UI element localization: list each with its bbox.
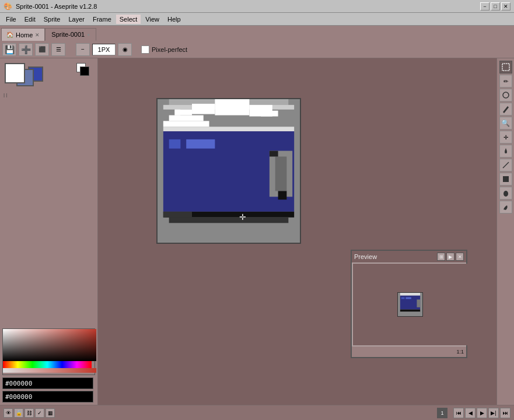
save-button[interactable]: ⬛ [35,43,49,56]
hue-bar[interactable] [3,361,92,368]
svg-line-34 [503,162,509,168]
sprite-wrapper: ✛ [156,98,301,245]
mark-line: | | [4,92,7,97]
color-swatches [0,58,97,91]
menu-edit[interactable]: Edit [21,15,39,24]
rtool-smudge[interactable] [499,201,512,214]
menu-bar: File Edit Sprite Layer Frame Select View… [0,13,514,26]
preview-fit-button[interactable]: ⊞ [437,253,445,261]
canvas-area[interactable]: ✛ Preview ⊞ ▶ ✕ [98,58,496,405]
tab-home[interactable]: 🏠 Home ✕ [1,28,45,41]
alpha-bar[interactable] [3,368,96,373]
rtool-move[interactable]: ✛ [499,131,512,144]
toolbar: 💾 ➕ ⬛ ☰ − 1PX ◉ Pixel-perfect [0,41,514,58]
prev-frame-button[interactable]: ◀ [465,408,475,418]
preview-play-button[interactable]: ▶ [446,253,454,261]
tab-home-label: Home [16,32,33,38]
open-button[interactable]: ➕ [19,43,33,56]
preview-close-button[interactable]: ✕ [456,253,464,261]
palette-marks: | | [0,91,97,99]
svg-rect-11 [163,127,294,131]
title-bar-controls[interactable]: − □ ✕ [480,2,510,10]
menu-button[interactable]: ☰ [51,43,65,56]
sprite-canvas-svg: ✛ [156,98,301,244]
tab-bar: 🏠 Home ✕ Sprite-0001 ● [0,26,514,41]
preview-footer: 1:1 [352,346,466,357]
minimize-button[interactable]: − [480,2,489,10]
svg-rect-21 [163,212,192,218]
fg-hex-input[interactable]: #000000 [2,377,93,389]
color-gradient[interactable] [3,329,96,361]
rtool-brush[interactable] [499,103,512,116]
first-frame-button[interactable]: ⏮ [453,408,464,418]
preview-sprite-thumb [397,292,423,317]
main-layout: | | #000000 #000000 [0,58,514,405]
menu-file[interactable]: File [2,15,20,24]
svg-text:✛: ✛ [239,213,246,222]
new-file-button[interactable]: 💾 [2,43,16,56]
menu-view[interactable]: View [142,15,163,24]
menu-frame[interactable]: Frame [89,15,115,24]
tab-sprite[interactable]: Sprite-0001 ● [45,28,96,41]
brush-type-button[interactable]: ◉ [118,43,132,56]
grid-icon[interactable]: ▦ [46,408,55,418]
pixel-perfect-group: Pixel-perfect [141,46,187,54]
preview-titlebar[interactable]: Preview ⊞ ▶ ✕ [352,251,466,262]
svg-rect-14 [186,139,215,149]
rtool-rect-fill[interactable] [499,173,512,186]
black-swatch [80,66,89,76]
check-icon[interactable]: ✓ [35,408,44,418]
svg-rect-6 [175,110,181,116]
svg-rect-28 [405,298,411,299]
svg-rect-27 [401,298,405,299]
foreground-color[interactable] [5,63,25,83]
pixel-perfect-checkbox[interactable] [141,46,149,54]
link-icon[interactable]: ⛓ [25,408,34,418]
tab-sprite-label: Sprite-0001 [51,31,85,38]
svg-rect-13 [169,139,181,149]
eye-icon[interactable]: 👁 [4,408,13,418]
play-button[interactable]: ▶ [477,408,487,418]
color-picker[interactable] [2,328,95,375]
bg-hex-input[interactable]: #000000 [2,391,93,402]
close-button[interactable]: ✕ [501,2,510,10]
svg-rect-35 [503,176,509,182]
menu-select[interactable]: Select [116,15,141,24]
rtool-pencil[interactable]: ✏ [499,75,512,88]
last-frame-button[interactable]: ⏭ [500,408,510,418]
menu-help[interactable]: Help [164,15,184,24]
preview-controls: ⊞ ▶ ✕ [437,253,464,261]
rtool-line[interactable] [499,159,512,172]
svg-point-36 [503,191,508,197]
rtool-zoom[interactable]: 🔍 [499,117,512,130]
right-toolbar: ✏ 🔍 ✛ [496,58,514,405]
preview-window: Preview ⊞ ▶ ✕ [351,250,467,358]
title-bar: 🎨 Sprite-0001 - Aseprite v1.2.8 − □ ✕ [0,0,514,13]
preview-scale: 1:1 [456,349,464,355]
rtool-circle[interactable] [499,187,512,200]
frame-count-badge: 1 [437,408,447,418]
maximize-button[interactable]: □ [491,2,500,10]
black-white-reset[interactable] [76,63,89,76]
next-frame-button[interactable]: ▶| [488,408,499,418]
brush-minus-button[interactable]: − [76,43,90,56]
timeline-controls: 👁 🔒 ⛓ ✓ ▦ 1 ⏮ ◀ ▶ ▶| ⏭ [0,405,514,420]
tab-home-close[interactable]: ✕ [35,32,40,38]
svg-rect-17 [270,151,278,157]
svg-rect-30 [400,310,420,312]
menu-sprite[interactable]: Sprite [40,15,64,24]
svg-rect-8 [215,99,249,116]
rtool-eraser[interactable] [499,89,512,102]
title-bar-left: 🎨 Sprite-0001 - Aseprite v1.2.8 [4,2,97,10]
svg-rect-18 [278,191,287,200]
left-panel: | | #000000 #000000 [0,58,98,405]
rtool-marquee[interactable] [499,61,512,74]
fg-hex-value: #000000 [5,380,32,387]
rtool-ink[interactable] [499,145,512,158]
playback-controls: ⏮ ◀ ▶ ▶| ⏭ [453,408,510,418]
svg-point-33 [503,92,509,98]
menu-layer[interactable]: Layer [65,15,88,24]
brush-size-display: 1PX [92,44,116,55]
pixel-perfect-label: Pixel-perfect [152,46,187,53]
lock-icon[interactable]: 🔒 [14,408,23,418]
